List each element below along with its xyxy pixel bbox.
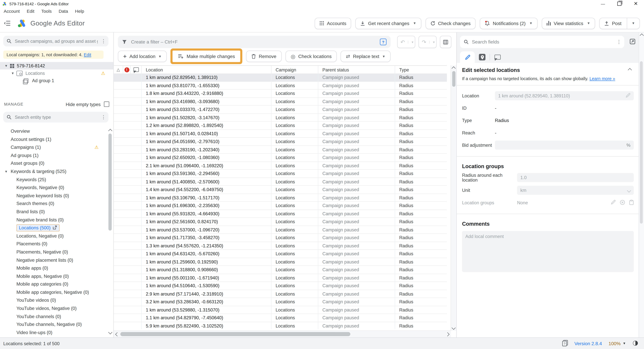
- table-row[interactable]: 1 km around (51.502820, -3.147670) Locat…: [114, 114, 447, 122]
- location-input[interactable]: 1 km around (52.829540, 1.389110): [495, 91, 634, 100]
- table-row[interactable]: 1.8 km around (53.443220, -2.916880) Loc…: [114, 90, 447, 98]
- comment-textarea[interactable]: Add local comment: [462, 231, 634, 272]
- menu-data[interactable]: Data: [59, 9, 68, 14]
- redo-button[interactable]: ↷▼: [418, 36, 436, 48]
- sidebar-item[interactable]: ▼ Negative brand lists (0) ⚠: [0, 216, 106, 224]
- table-row[interactable]: 1.2 km around (52.898820, -1.892540) Loc…: [114, 122, 447, 130]
- sidebar-item[interactable]: ▼ Campaigns (1) ⚠: [0, 144, 106, 152]
- search-fields-input[interactable]: Search fields ⋮: [460, 36, 624, 48]
- warning-column-header[interactable]: △: [114, 66, 123, 74]
- close-button[interactable]: ✕: [628, 0, 644, 8]
- entity-type-search-input[interactable]: Search entity type ⋮: [3, 112, 108, 122]
- tree-locations-row[interactable]: ▼ Locations ⚠: [0, 69, 113, 77]
- menu-help[interactable]: Help: [75, 9, 84, 14]
- scroll-up-icon[interactable]: [640, 34, 644, 38]
- more-options-icon[interactable]: ⋮: [101, 39, 105, 43]
- learn-more-link[interactable]: Learn more »: [590, 76, 615, 81]
- sidebar-item[interactable]: ▼ Placements (0) ⚠: [0, 240, 106, 248]
- scroll-down-icon[interactable]: [108, 330, 112, 334]
- scroll-left-icon[interactable]: [115, 332, 119, 336]
- table-row[interactable]: 1 km around (51.507140, 0.028410) Locati…: [114, 130, 447, 138]
- table-row[interactable]: 1 km around (51.400850, -2.570600) Locat…: [114, 178, 447, 186]
- sidebar-item[interactable]: ▼ YouTube videos, Negative (0) ⚠: [0, 305, 106, 313]
- dark-mode-icon[interactable]: [632, 340, 638, 347]
- external-link-icon[interactable]: [53, 224, 57, 232]
- table-row[interactable]: 1.4 km around (54.552200, -6.049750) Loc…: [114, 186, 447, 194]
- table-row[interactable]: 1 km around (53.033370, -1.472270) Locat…: [114, 106, 447, 114]
- sidebar-item[interactable]: ▼ Negative keyword lists (0) ⚠: [0, 192, 106, 200]
- table-row[interactable]: 1.1 km around (54.829790, -7.450640) Loc…: [114, 314, 447, 322]
- sidebar-item[interactable]: ▼ Mobile apps (0) ⚠: [0, 264, 106, 272]
- table-row[interactable]: 1 km around (54.051690, -2.797610) Locat…: [114, 138, 447, 146]
- scrollbar-thumb[interactable]: [640, 61, 643, 223]
- column-header-type[interactable]: Type: [395, 66, 448, 74]
- restore-button[interactable]: [611, 0, 628, 8]
- sidebar-item[interactable]: ▼ Mobile app categories (0) ⚠: [0, 280, 106, 288]
- bid-adjustment-input[interactable]: %: [495, 141, 634, 150]
- sidebar-item[interactable]: ▼ Overview ⚠: [0, 127, 106, 135]
- sidebar-item[interactable]: ▼ Locations (500) ⚠: [0, 224, 106, 232]
- table-row[interactable]: 1 km around (55.001100, -1.671940) Locat…: [114, 274, 447, 282]
- notifications-button[interactable]: Notifications (2)▼: [480, 18, 538, 29]
- sidebar-item[interactable]: ▼ Brand lists (0) ⚠: [0, 208, 106, 216]
- table-row[interactable]: 1 km around (53.529880, -1.315070) Locat…: [114, 306, 447, 314]
- caret-down-icon[interactable]: ▼: [11, 71, 15, 75]
- sidebar-item[interactable]: ▼ Mobile apps, Negative (0) ⚠: [0, 272, 106, 280]
- zoom-select[interactable]: 100% ▼: [608, 341, 626, 346]
- menu-account[interactable]: Account: [4, 9, 20, 14]
- undo-history-icon[interactable]: ▼: [408, 41, 417, 43]
- sidebar-item[interactable]: ▼ Search themes (0) ⚠: [0, 200, 106, 208]
- campaign-search-input[interactable]: Search campaigns, ad groups and asset gr…: [3, 36, 108, 47]
- tree-ad-group-row[interactable]: Ad group 1: [0, 77, 113, 84]
- check-locations-button[interactable]: ◎ Check locations: [286, 51, 337, 62]
- table-row[interactable]: 1.3 km around (54.557620, -1.214350) Loc…: [114, 242, 447, 250]
- redo-icon[interactable]: ↷: [419, 39, 429, 45]
- scrollbar-thumb[interactable]: [452, 71, 455, 87]
- sidebar-item[interactable]: ▼ Locations, Negative (0) ⚠: [0, 232, 106, 240]
- scroll-right-icon[interactable]: [446, 332, 450, 336]
- scroll-down-icon[interactable]: [452, 326, 456, 330]
- column-header-location[interactable]: Location: [142, 66, 272, 74]
- caret-down-icon[interactable]: ▼: [4, 64, 8, 68]
- edit-pencil-icon[interactable]: [626, 93, 630, 99]
- scrollbar-thumb[interactable]: [120, 332, 350, 336]
- edit-pencil-icon[interactable]: [611, 200, 616, 205]
- more-options-icon[interactable]: ⋮: [616, 40, 620, 44]
- tab-edit[interactable]: [460, 51, 475, 63]
- table-row[interactable]: 1 km around (54.510640, -1.530590) Locat…: [114, 282, 447, 290]
- filter-bar[interactable]: Create a filter – Ctrl+F ?: [118, 36, 390, 48]
- accounts-button[interactable]: Accounts: [314, 18, 351, 29]
- clipboard-icon[interactable]: [629, 199, 634, 206]
- collapse-section-icon[interactable]: [628, 68, 632, 72]
- sidebar-item[interactable]: ▼ Video line-ups, Negative (0) ⚠: [0, 337, 106, 337]
- comment-column-header[interactable]: [130, 66, 142, 74]
- table-row[interactable]: 1 km around (52.650920, -1.080360) Locat…: [114, 154, 447, 162]
- hide-empty-types-checkbox[interactable]: [104, 102, 109, 107]
- table-row[interactable]: 2.9 km around (57.171440, -2.318910) Loc…: [114, 290, 447, 298]
- clear-circle-icon[interactable]: [620, 199, 625, 206]
- sidebar-item[interactable]: ▼ Negative placement lists (0) ⚠: [0, 256, 106, 264]
- table-row[interactable]: 1 km around (53.810770, -1.655330) Locat…: [114, 82, 447, 90]
- undo-icon[interactable]: ↶: [398, 39, 408, 45]
- window-scrollbar[interactable]: [639, 33, 644, 337]
- table-row[interactable]: 1 km around (53.591360, -2.294560) Locat…: [114, 170, 447, 178]
- collapse-sidebar-icon[interactable]: [4, 21, 11, 26]
- sidebar-item[interactable]: ▼ Ad groups (1) ⚠: [0, 152, 106, 160]
- sidebar-item[interactable]: ▼ YouTube videos (0) ⚠: [0, 296, 106, 305]
- sidebar-item[interactable]: ▼ Keywords (25) ⚠: [0, 176, 106, 184]
- table-row[interactable]: 1 km around (53.537000, -1.096720) Locat…: [114, 226, 447, 234]
- scroll-up-icon[interactable]: [452, 66, 456, 71]
- banner-edit-link[interactable]: Edit: [84, 52, 91, 57]
- undo-button[interactable]: ↶▼: [397, 36, 415, 48]
- filter-help-icon[interactable]: ?: [380, 39, 386, 45]
- chevron-down-icon[interactable]: ▼: [382, 55, 386, 58]
- sidebar-item[interactable]: ▼ YouTube channels (0) ⚠: [0, 312, 106, 320]
- table-row[interactable]: 1 km around (51.259600, 0.192590) Locati…: [114, 258, 447, 266]
- sidebar-item[interactable]: ▼ Keywords, Negative (0) ⚠: [0, 184, 106, 192]
- table-row[interactable]: 1 km around (54.631420, -5.670260) Locat…: [114, 250, 447, 258]
- table-row[interactable]: 1 km around (51.696300, -2.235630) Locat…: [114, 202, 447, 210]
- table-row[interactable]: 1 km around (53.416980, -3.093680) Locat…: [114, 98, 447, 106]
- add-location-button[interactable]: + Add location ▼: [118, 51, 167, 62]
- sidebar-item[interactable]: ▼ Asset groups (0) ⚠: [0, 160, 106, 168]
- table-horizontal-scrollbar[interactable]: [114, 330, 451, 337]
